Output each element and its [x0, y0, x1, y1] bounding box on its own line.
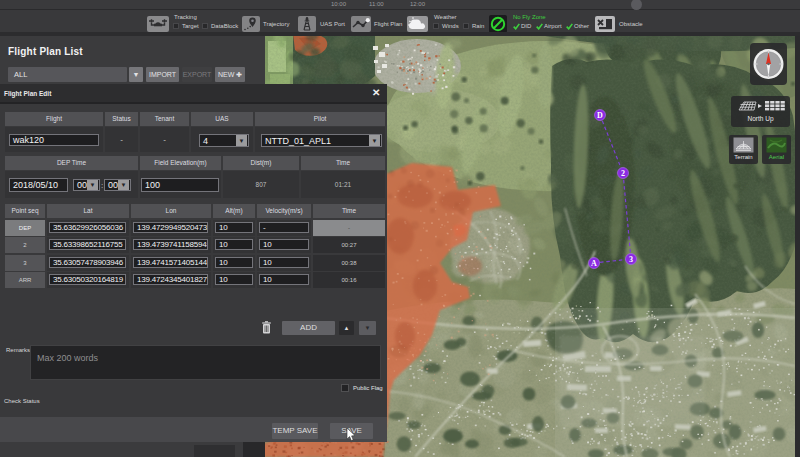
svg-text:D: D — [597, 111, 603, 120]
svg-text:A: A — [591, 259, 597, 268]
svg-text:3: 3 — [629, 255, 633, 264]
svg-text:2: 2 — [621, 169, 625, 178]
